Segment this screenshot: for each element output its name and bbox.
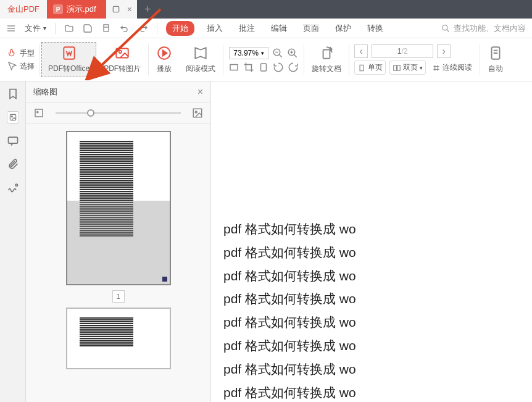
svg-rect-23	[397, 65, 401, 70]
page-number-display[interactable]: 1 /2	[372, 44, 433, 58]
left-rail	[0, 82, 26, 402]
menu-edit[interactable]: 编辑	[267, 20, 291, 36]
auto-scroll-button[interactable]: 自动	[481, 43, 510, 77]
tab-controls: ×	[106, 0, 137, 19]
double-page-icon	[393, 64, 401, 72]
prev-page-button[interactable]: ‹	[354, 44, 368, 58]
fit-page-icon[interactable]	[258, 62, 269, 73]
thumb-size-small-icon[interactable]	[33, 107, 44, 119]
menu-protect[interactable]: 保护	[331, 20, 355, 36]
document-view[interactable]: pdf 格式如何转换成 wo pdf 格式如何转换成 wo pdf 格式如何转换…	[211, 82, 532, 402]
svg-line-6	[447, 29, 449, 31]
new-tab-button[interactable]: +	[137, 3, 159, 16]
redo-icon[interactable]	[138, 23, 148, 33]
hand-tool[interactable]: 手型	[7, 48, 35, 59]
svg-rect-18	[230, 64, 238, 70]
menu-convert[interactable]: 转换	[364, 20, 387, 36]
comment-icon[interactable]	[7, 135, 19, 147]
double-page-button[interactable]: 双页▾	[389, 61, 426, 75]
attachment-icon[interactable]	[7, 158, 19, 170]
svg-point-9	[119, 51, 122, 53]
rotate-left-icon[interactable]	[273, 62, 284, 73]
search-box[interactable]: 查找功能、文档内容	[441, 23, 526, 34]
svg-rect-33	[8, 137, 17, 143]
page-number-label: 1	[112, 290, 125, 303]
play-button[interactable]: 播放	[150, 43, 178, 77]
svg-point-5	[443, 25, 447, 30]
thumbnail-panel: 缩略图 ×	[26, 82, 211, 402]
crop-icon[interactable]	[243, 62, 254, 73]
search-icon	[441, 24, 450, 33]
menu-page[interactable]: 页面	[299, 20, 323, 36]
svg-rect-22	[394, 65, 397, 70]
next-page-button[interactable]: ›	[437, 44, 451, 58]
pdf-to-office-button[interactable]: PDF转Office	[41, 42, 96, 77]
thumbnail-size-slider[interactable]	[56, 112, 181, 114]
svg-point-36	[37, 111, 38, 112]
hamburger-icon[interactable]	[6, 23, 16, 33]
svg-rect-35	[35, 109, 43, 117]
content-area: 缩略图 ×	[0, 82, 532, 402]
scroll-icon	[488, 45, 504, 61]
select-tool[interactable]: 选择	[7, 61, 35, 72]
app-name: 金山PDF	[0, 0, 47, 19]
single-page-button[interactable]: 单页	[354, 61, 386, 75]
menu-insert[interactable]: 插入	[203, 20, 227, 36]
doc-line: pdf 格式如何转换成 wo	[223, 264, 532, 288]
fit-width-icon[interactable]	[228, 62, 239, 73]
svg-line-17	[294, 54, 297, 57]
svg-rect-0	[113, 6, 118, 12]
thumbnail-page-1[interactable]	[66, 131, 171, 285]
save-icon[interactable]	[83, 23, 93, 33]
svg-point-34	[15, 184, 17, 186]
book-icon	[193, 45, 209, 61]
menu-bar: 文件 ▾ 开始 插入 批注 编辑 页面 保护 转换 查找功能、文档内容	[0, 19, 532, 38]
zoom-in-icon[interactable]	[287, 48, 298, 59]
tab-strip: +	[137, 0, 532, 19]
open-icon[interactable]	[64, 23, 74, 33]
menu-start[interactable]: 开始	[166, 21, 194, 36]
continuous-button[interactable]: 连续阅读	[430, 61, 475, 74]
doc-line: pdf 格式如何转换成 wo	[223, 287, 532, 311]
doc-line: pdf 格式如何转换成 wo	[223, 358, 532, 381]
file-menu[interactable]: 文件 ▾	[25, 23, 46, 34]
continuous-icon	[432, 64, 441, 72]
image-convert-icon	[114, 45, 130, 61]
doc-line: pdf 格式如何转换成 wo	[223, 381, 532, 402]
bookmark-icon[interactable]	[7, 88, 19, 100]
thumb-size-large-icon[interactable]	[192, 107, 203, 119]
cursor-icon	[7, 61, 17, 71]
read-mode-button[interactable]: 阅读模式	[180, 43, 222, 77]
svg-rect-4	[104, 27, 109, 31]
signature-icon[interactable]	[7, 182, 19, 194]
pdf-file-icon: P	[53, 4, 63, 14]
rotate-doc-button[interactable]: 旋转文档	[305, 43, 347, 77]
svg-rect-19	[261, 64, 267, 71]
pdf-to-image-button[interactable]: PDF转图片	[98, 43, 147, 77]
tab-title: 演示.pdf	[67, 4, 96, 15]
rotate-right-icon[interactable]	[288, 62, 299, 73]
svg-rect-21	[360, 65, 364, 70]
svg-point-38	[195, 111, 197, 113]
rotate-icon	[318, 45, 335, 61]
zoom-level[interactable]: 73.97%▾	[229, 47, 268, 59]
single-page-icon	[357, 64, 366, 72]
svg-rect-37	[193, 109, 202, 117]
print-icon[interactable]	[101, 23, 111, 33]
word-convert-icon	[61, 45, 77, 61]
menu-annotate[interactable]: 批注	[235, 20, 259, 36]
thumbnail-page-2[interactable]	[66, 308, 171, 369]
undo-icon[interactable]	[120, 23, 130, 33]
window-minimize-icon[interactable]	[111, 4, 121, 14]
svg-point-32	[11, 116, 12, 117]
svg-rect-20	[323, 50, 330, 59]
doc-line: pdf 格式如何转换成 wo	[223, 334, 532, 358]
close-tab-icon[interactable]: ×	[127, 4, 132, 14]
zoom-out-icon[interactable]	[272, 48, 283, 59]
thumbnail-icon[interactable]	[7, 111, 19, 124]
document-tab[interactable]: P 演示.pdf	[47, 0, 106, 19]
svg-rect-31	[10, 114, 15, 120]
close-panel-icon[interactable]: ×	[197, 86, 203, 98]
doc-line: pdf 格式如何转换成 wo	[223, 241, 532, 264]
toolbar: 手型 选择 PDF转Office PDF转图片 播放 阅读模式 73.97%	[0, 38, 532, 82]
